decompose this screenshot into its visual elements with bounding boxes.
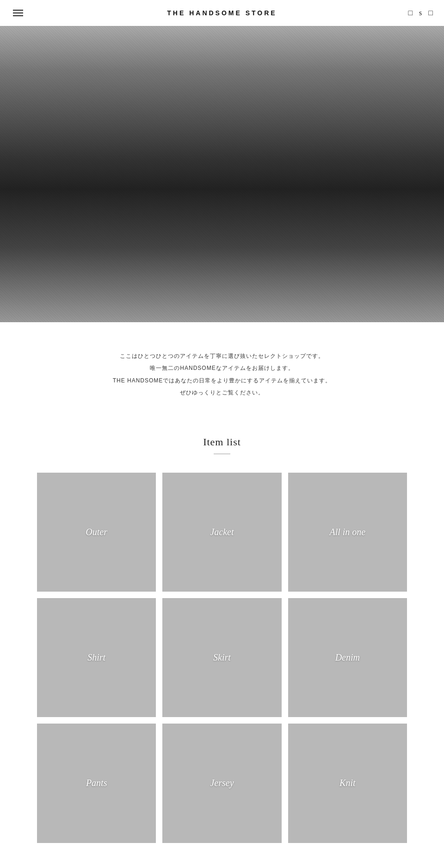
item-list-section: Item list OuterJacketAll in oneShirtSkir… bbox=[0, 427, 444, 868]
description-line-2: 唯一無二のHANDSOMEなアイテムをお届けします。 bbox=[83, 362, 361, 374]
item-card[interactable]: Knit bbox=[288, 724, 407, 843]
hero-section bbox=[0, 26, 444, 322]
item-card-label: Jersey bbox=[210, 778, 234, 788]
description-line-4: ぜひゆっくりとご覧ください。 bbox=[83, 387, 361, 399]
header-icons: □ s □ bbox=[408, 9, 433, 17]
item-card[interactable]: Outer bbox=[37, 473, 156, 592]
search-icon[interactable]: □ bbox=[408, 9, 413, 17]
header: THE HANDSOME STORE □ s □ bbox=[0, 0, 444, 26]
item-card-label: Skirt bbox=[213, 652, 231, 663]
item-card[interactable]: Jacket bbox=[162, 473, 281, 592]
item-card[interactable]: Jersey bbox=[162, 724, 281, 843]
item-card-label: Knit bbox=[339, 778, 355, 788]
description-section: ここはひとつひとつのアイテムを丁寧に選び抜いたセレクトショップです。 唯一無二の… bbox=[0, 322, 444, 427]
menu-button[interactable] bbox=[11, 8, 25, 18]
item-card-label: Pants bbox=[86, 778, 107, 788]
item-grid: OuterJacketAll in oneShirtSkirtDenimPant… bbox=[37, 473, 407, 843]
cart-icon[interactable]: □ bbox=[428, 9, 433, 17]
item-list-title: Item list bbox=[37, 436, 407, 448]
site-title: THE HANDSOME STORE bbox=[167, 9, 277, 17]
item-card-label: All in one bbox=[329, 527, 365, 537]
account-icon[interactable]: s bbox=[419, 9, 422, 17]
description-line-1: ここはひとつひとつのアイテムを丁寧に選び抜いたセレクトショップです。 bbox=[83, 350, 361, 362]
description-line-3: THE HANDSOMEではあなたの日常をより豊かにするアイテムを揃えています。 bbox=[83, 375, 361, 387]
item-card[interactable]: Skirt bbox=[162, 598, 281, 717]
hero-image bbox=[0, 26, 444, 322]
item-card-label: Denim bbox=[335, 652, 360, 663]
item-card-label: Jacket bbox=[210, 527, 234, 537]
item-list-divider bbox=[214, 454, 230, 454]
item-card[interactable]: Shirt bbox=[37, 598, 156, 717]
item-card[interactable]: Pants bbox=[37, 724, 156, 843]
item-card[interactable]: All in one bbox=[288, 473, 407, 592]
item-card[interactable]: Denim bbox=[288, 598, 407, 717]
item-card-label: Outer bbox=[86, 527, 107, 537]
item-card-label: Shirt bbox=[87, 652, 105, 663]
